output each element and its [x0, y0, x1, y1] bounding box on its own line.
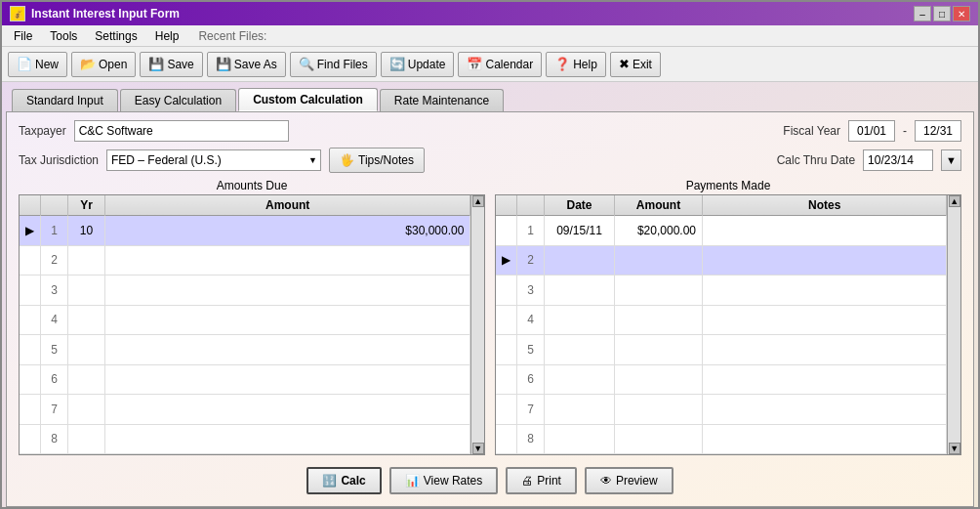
table-row[interactable]: 4	[20, 305, 470, 335]
table-row[interactable]: 7	[20, 395, 470, 425]
row-amount[interactable]	[615, 305, 703, 335]
save-label: Save	[167, 58, 193, 71]
row-notes[interactable]	[703, 395, 947, 425]
row-amount[interactable]	[105, 424, 470, 454]
table-row[interactable]: 8	[496, 424, 947, 454]
payments-date-col: Date	[545, 195, 615, 216]
row-date[interactable]	[545, 305, 615, 335]
row-yr[interactable]	[68, 395, 105, 425]
row-arrow	[20, 395, 41, 425]
open-icon: 📂	[80, 57, 96, 71]
menu-help[interactable]: Help	[147, 27, 187, 45]
table-row[interactable]: 2	[20, 245, 470, 276]
taxpayer-input[interactable]	[74, 120, 289, 142]
table-row[interactable]: 6	[496, 364, 947, 395]
tab-easy-calculation[interactable]: Easy Calculation	[120, 89, 236, 111]
fiscal-year-end-input[interactable]	[915, 120, 961, 142]
row-yr[interactable]	[68, 276, 105, 306]
row-amount[interactable]	[105, 364, 470, 395]
save-button[interactable]: 💾 Save	[140, 52, 202, 77]
row-date[interactable]	[545, 424, 615, 454]
calc-thru-calendar-button[interactable]: ▼	[941, 149, 961, 171]
row-date[interactable]	[545, 335, 615, 365]
row-amount[interactable]	[105, 276, 470, 306]
menu-tools[interactable]: Tools	[42, 27, 85, 45]
table-row[interactable]: 5	[20, 335, 470, 365]
row-amount[interactable]	[105, 335, 470, 365]
row-amount[interactable]	[105, 305, 470, 335]
tab-standard-input[interactable]: Standard Input	[12, 89, 118, 111]
row-date[interactable]	[545, 364, 615, 395]
fiscal-year-start-input[interactable]	[848, 120, 895, 142]
row-notes[interactable]	[703, 335, 947, 365]
table-row[interactable]: 3	[496, 276, 947, 306]
payments-notes-col: Notes	[703, 195, 947, 216]
row-notes[interactable]	[703, 216, 947, 246]
row-notes[interactable]	[703, 276, 947, 306]
row-yr[interactable]	[68, 364, 105, 395]
row-date[interactable]	[545, 276, 615, 306]
row-amount[interactable]	[105, 395, 470, 425]
row-notes[interactable]	[703, 305, 947, 335]
row-amount[interactable]: $20,000.00	[615, 216, 703, 246]
save-as-button[interactable]: 💾 Save As	[207, 52, 286, 77]
row-arrow	[496, 335, 517, 365]
row-notes[interactable]	[703, 364, 947, 395]
menu-settings[interactable]: Settings	[87, 27, 144, 45]
amounts-scrollbar[interactable]: ▲ ▼	[470, 195, 484, 454]
tax-jurisdiction-select[interactable]: FED – Federal (U.S.) State Local	[106, 149, 321, 171]
close-button[interactable]: ✕	[953, 6, 970, 21]
row-date[interactable]	[545, 245, 615, 276]
amounts-due-table-wrapper: Yr Amount ▶ 1 10 $30,000.00	[19, 194, 485, 455]
row-num: 7	[517, 395, 545, 425]
tab-custom-calculation[interactable]: Custom Calculation	[238, 88, 378, 111]
row-notes[interactable]	[703, 245, 947, 276]
maximize-button[interactable]: □	[933, 6, 951, 21]
row-amount[interactable]	[615, 276, 703, 306]
calc-thru-date-input[interactable]	[863, 149, 933, 171]
tab-rate-maintenance[interactable]: Rate Maintenance	[380, 89, 504, 111]
row-num: 1	[517, 216, 545, 246]
table-row[interactable]: 5	[496, 335, 947, 365]
row-amount[interactable]	[105, 245, 470, 276]
row-amount[interactable]	[615, 395, 703, 425]
table-row[interactable]: 6	[20, 364, 470, 395]
row-notes[interactable]	[703, 424, 947, 454]
menu-file[interactable]: File	[6, 27, 40, 45]
preview-button[interactable]: 👁 Preview	[585, 467, 674, 494]
view-rates-button[interactable]: 📊 View Rates	[389, 467, 498, 494]
payments-scrollbar[interactable]: ▲ ▼	[947, 195, 960, 454]
table-row[interactable]: 7	[496, 395, 947, 425]
row-yr[interactable]	[68, 305, 105, 335]
row-amount[interactable]	[615, 245, 703, 276]
row-date[interactable]: 09/15/11	[545, 216, 615, 246]
calendar-button[interactable]: 📅 Calendar	[458, 52, 542, 77]
print-button[interactable]: 🖨 Print	[506, 467, 577, 494]
minimize-button[interactable]: –	[914, 6, 931, 21]
table-row[interactable]: 8	[20, 424, 470, 454]
payments-made-table: Date Amount Notes 1 09/15/11	[496, 195, 947, 454]
table-row[interactable]: ▶ 1 10 $30,000.00	[20, 216, 470, 246]
find-files-button[interactable]: 🔍 Find Files	[290, 52, 377, 77]
tips-notes-button[interactable]: 🖐 Tips/Notes	[329, 148, 425, 173]
table-row[interactable]: ▶ 2	[496, 245, 947, 276]
row-amount[interactable]	[615, 364, 703, 395]
open-button[interactable]: 📂 Open	[71, 52, 136, 77]
help-button[interactable]: ❓ Help	[546, 52, 606, 77]
update-button[interactable]: 🔄 Update	[381, 52, 455, 77]
table-row[interactable]: 4	[496, 305, 947, 335]
row-date[interactable]	[545, 395, 615, 425]
table-row[interactable]: 3	[20, 276, 470, 306]
row-amount[interactable]	[615, 424, 703, 454]
row-amount[interactable]: $30,000.00	[105, 216, 470, 246]
calc-button[interactable]: 🔢 Calc	[306, 467, 381, 494]
new-button[interactable]: 📄 New	[8, 52, 67, 77]
table-row[interactable]: 1 09/15/11 $20,000.00	[496, 216, 947, 246]
row-yr[interactable]	[68, 335, 105, 365]
row-amount[interactable]	[615, 335, 703, 365]
row-yr[interactable]	[68, 245, 105, 276]
row-yr[interactable]: 10	[68, 216, 105, 246]
new-icon: 📄	[17, 57, 32, 71]
row-yr[interactable]	[68, 424, 105, 454]
exit-button[interactable]: ✖ Exit	[610, 52, 661, 77]
